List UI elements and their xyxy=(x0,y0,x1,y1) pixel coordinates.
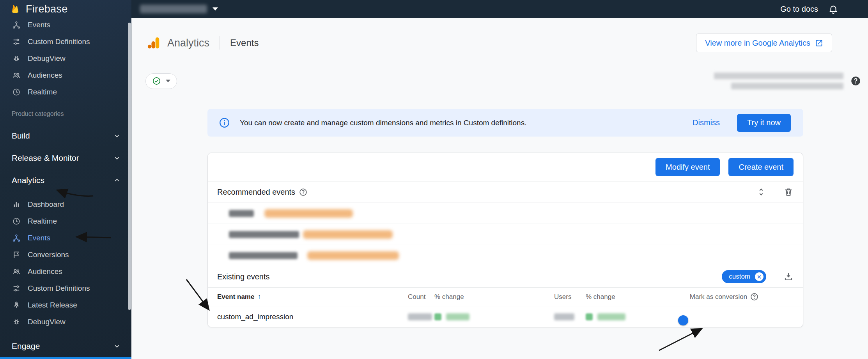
sidebar-item-conversions[interactable]: Conversions xyxy=(0,246,131,263)
user-avatar[interactable] xyxy=(849,2,862,16)
chevron-down-icon xyxy=(113,342,121,350)
firebase-console-page: Go to docs Firebase Events Custom Def xyxy=(0,0,868,359)
go-to-docs-link[interactable]: Go to docs xyxy=(780,5,818,14)
sidebar-item-events-top[interactable]: Events xyxy=(0,16,131,33)
info-banner: You can now create and manage custom dim… xyxy=(207,109,803,137)
events-card: Modify event Create event Recommended ev… xyxy=(207,153,803,327)
flag-icon xyxy=(12,250,21,259)
firebase-home-link[interactable]: Firebase xyxy=(0,0,131,16)
events-icon xyxy=(12,20,21,29)
recommended-events-title: Recommended events xyxy=(217,188,295,197)
redacted-header-text xyxy=(714,73,843,89)
info-icon xyxy=(219,117,230,128)
try-it-now-button[interactable]: Try it now xyxy=(737,114,791,132)
custom-filter-chip[interactable]: custom ✕ xyxy=(722,270,766,283)
clock-icon xyxy=(12,217,21,226)
unfold-more-icon[interactable] xyxy=(756,187,766,197)
recommended-event-row-redacted xyxy=(208,203,803,224)
event-change-redacted xyxy=(434,313,554,320)
create-event-button[interactable]: Create event xyxy=(728,158,794,176)
modify-event-button[interactable]: Modify event xyxy=(655,158,720,176)
sidebar-item-custom-definitions-top[interactable]: Custom Definitions xyxy=(0,33,131,50)
bug-icon xyxy=(12,317,21,326)
project-name-redacted xyxy=(140,5,207,13)
sidebar-item-realtime[interactable]: Realtime xyxy=(0,213,131,229)
main-content: Analytics Events View more in Google Ana… xyxy=(131,18,868,359)
dismiss-button[interactable]: Dismiss xyxy=(693,118,720,127)
filter-row xyxy=(131,52,868,89)
event-users-change-redacted xyxy=(586,313,687,320)
help-icon[interactable] xyxy=(750,293,758,301)
product-title: Analytics xyxy=(167,37,209,49)
google-analytics-logo-icon xyxy=(146,36,161,50)
sidebar-section-engage[interactable]: Engage xyxy=(0,335,131,357)
sidebar-item-debugview-top[interactable]: DebugView xyxy=(0,50,131,67)
column-change: % change xyxy=(434,293,554,301)
notifications-bell-icon[interactable] xyxy=(828,4,838,14)
external-link-icon xyxy=(815,39,823,47)
delete-icon[interactable] xyxy=(783,187,794,197)
product-categories-label: Product categories xyxy=(0,100,131,124)
project-selector[interactable] xyxy=(140,5,218,13)
chevron-down-icon xyxy=(113,154,121,162)
sidebar-item-latest-release[interactable]: Latest Release xyxy=(0,297,131,313)
existing-events-title: Existing events xyxy=(217,272,270,281)
chevron-down-icon xyxy=(166,80,170,82)
status-filter-chip[interactable] xyxy=(145,73,177,89)
remove-filter-icon[interactable]: ✕ xyxy=(755,272,763,281)
event-table-row: custom_ad_impression xyxy=(208,306,803,327)
events-table-header: Event name↑ Count % change Users % chang… xyxy=(208,287,803,306)
help-icon[interactable] xyxy=(850,76,861,86)
sidebar-top-nav: Events Custom Definitions DebugView Audi… xyxy=(0,16,131,100)
column-event-name[interactable]: Event name↑ xyxy=(208,293,408,301)
analytics-subnav: Dashboard Realtime Events Conversions Au… xyxy=(0,191,131,330)
help-icon[interactable] xyxy=(299,188,307,196)
banner-message: You can now create and manage custom dim… xyxy=(240,119,526,127)
sidebar-section-release-monitor[interactable]: Release & Monitor xyxy=(0,147,131,169)
sort-ascending-icon: ↑ xyxy=(257,293,261,300)
events-icon xyxy=(12,233,21,242)
sidebar-item-realtime-top[interactable]: Realtime xyxy=(0,84,131,100)
sidebar-item-debugview[interactable]: DebugView xyxy=(0,313,131,330)
existing-events-header: Existing events custom ✕ xyxy=(208,266,803,287)
sidebar-item-audiences[interactable]: Audiences xyxy=(0,263,131,280)
topbar: Go to docs xyxy=(131,0,868,18)
recommended-event-row-redacted xyxy=(208,245,803,266)
column-mark-as-conversion: Mark as conversion xyxy=(687,293,761,301)
recommended-event-row-redacted xyxy=(208,224,803,245)
clock-icon xyxy=(12,87,21,96)
event-name: custom_ad_impression xyxy=(208,313,408,321)
column-users: Users xyxy=(554,293,586,301)
firebase-logo-icon xyxy=(9,3,21,15)
view-more-ga-button[interactable]: View more in Google Analytics xyxy=(696,34,832,52)
check-circle-icon xyxy=(152,76,161,85)
sidebar-item-audiences-top[interactable]: Audiences xyxy=(0,67,131,84)
audiences-icon xyxy=(12,267,21,276)
sidebar-scrollbar[interactable] xyxy=(128,23,131,310)
sidebar-section-analytics[interactable]: Analytics xyxy=(0,169,131,191)
audiences-icon xyxy=(12,71,21,80)
rocket-icon xyxy=(12,300,21,309)
download-icon[interactable] xyxy=(783,272,794,282)
event-count-redacted xyxy=(408,313,434,320)
bug-icon xyxy=(12,54,21,63)
column-users-change: % change xyxy=(586,293,687,301)
page-header: Analytics Events View more in Google Ana… xyxy=(131,18,868,52)
tune-icon xyxy=(12,37,21,46)
tune-icon xyxy=(12,284,21,293)
event-users-redacted xyxy=(554,313,586,320)
sidebar-section-build[interactable]: Build xyxy=(0,124,131,147)
page-title: Events xyxy=(230,37,259,48)
card-actions: Modify event Create event xyxy=(208,153,803,181)
chevron-up-icon xyxy=(113,176,121,185)
brand-name: Firebase xyxy=(26,3,67,15)
column-count: Count xyxy=(408,293,434,301)
sidebar-item-dashboard[interactable]: Dashboard xyxy=(0,196,131,213)
bar-chart-icon xyxy=(12,200,21,209)
header-divider xyxy=(220,36,220,50)
sidebar: Firebase Events Custom Definitions Debug… xyxy=(0,0,131,359)
sidebar-item-events[interactable]: Events xyxy=(0,229,131,246)
sidebar-bottom-accent xyxy=(0,357,131,359)
chevron-down-icon xyxy=(113,132,121,140)
sidebar-item-custom-definitions[interactable]: Custom Definitions xyxy=(0,280,131,297)
